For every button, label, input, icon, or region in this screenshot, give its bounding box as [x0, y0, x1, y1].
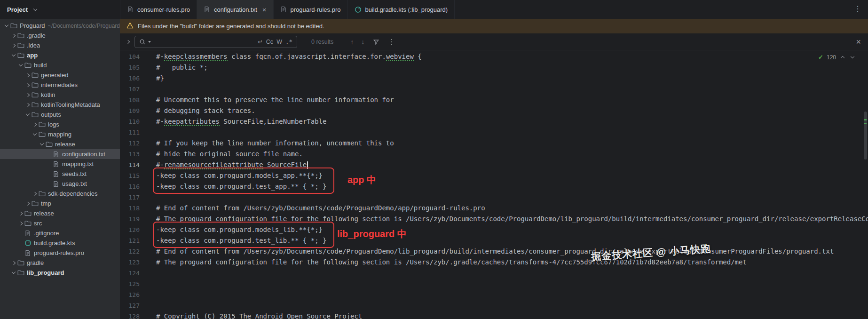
code-text[interactable]: # hide the original source file name. [148, 149, 303, 160]
code-text[interactable]: # Copyright (C) 2015 The Android Open So… [148, 311, 362, 319]
code-text[interactable] [148, 289, 156, 300]
tree-item-build[interactable]: build [0, 60, 120, 70]
chevron-right-icon[interactable] [24, 72, 31, 79]
code-text[interactable]: # End of content from /Users/zyb/Documen… [148, 203, 485, 214]
annotation-label-app: app 中 [347, 174, 376, 186]
tree-item-kotlin[interactable]: kotlin [0, 90, 120, 100]
search-history-caret-icon[interactable] [148, 41, 151, 43]
code-text[interactable] [148, 127, 156, 138]
tree-item-mapping.txt[interactable]: mapping.txt [0, 159, 120, 169]
chevron-down-icon[interactable] [31, 131, 38, 138]
code-line-126: 126 [120, 289, 868, 300]
code-text[interactable]: # The proguard configuration file for th… [148, 214, 868, 224]
chevron-right-icon[interactable] [17, 220, 24, 227]
chevron-right-icon[interactable] [31, 121, 38, 128]
tree-item-lib-proguard[interactable]: lib_proguard [0, 268, 120, 278]
tree-item-label: proguard-rules.pro [34, 249, 84, 256]
code-text[interactable]: -keep class com.proguard.test_lib.** { *… [148, 235, 326, 246]
tree-item-src[interactable]: src [0, 218, 120, 228]
chevron-right-icon[interactable] [24, 101, 31, 109]
tree-item-.gradle[interactable]: .gradle [0, 31, 120, 40]
tree-item-configuration.txt[interactable]: configuration.txt [0, 149, 120, 159]
chevron-down-icon[interactable] [849, 54, 856, 61]
tree-item-gradle[interactable]: gradle [0, 258, 120, 268]
tree-item-kotlintoolingmetadata[interactable]: kotlinToolingMetadata [0, 100, 120, 110]
search-field[interactable]: ↵ Cc W .* [134, 36, 297, 48]
search-input[interactable] [154, 38, 254, 45]
chevron-down-icon[interactable] [17, 62, 24, 69]
chevron-down-icon[interactable] [38, 141, 45, 148]
close-tab-icon[interactable]: × [262, 6, 267, 14]
tab-configuration.txt[interactable]: configuration.txt× [197, 0, 274, 19]
newline-icon[interactable]: ↵ [258, 38, 262, 45]
prev-occurrence-icon[interactable]: ↑ [350, 38, 354, 46]
tree-item-.idea[interactable]: .idea [0, 40, 120, 50]
code-text[interactable]: # If you keep the line number informatio… [148, 138, 394, 149]
chevron-right-icon[interactable] [24, 91, 31, 99]
match-case-toggle[interactable]: Cc [266, 39, 273, 45]
code-text[interactable] [148, 84, 156, 95]
tree-item-label: tmp [41, 200, 51, 207]
folder-icon [10, 22, 17, 30]
chevron-down-icon[interactable] [10, 52, 17, 59]
search-more-icon[interactable]: ⋮ [388, 38, 395, 46]
code-text[interactable]: #-renamesourcefileattribute SourceFile [148, 160, 308, 170]
code-text[interactable]: # End of content from /Users/zyb/Documen… [148, 246, 834, 257]
tree-item-tmp[interactable]: tmp [0, 199, 120, 208]
code-text[interactable] [148, 268, 156, 279]
next-occurrence-icon[interactable]: ↓ [361, 38, 364, 46]
chevron-right-icon[interactable] [17, 210, 24, 217]
tree-item-release[interactable]: release [0, 139, 120, 149]
chevron-down-icon[interactable] [3, 22, 10, 30]
search-icon[interactable] [139, 39, 146, 45]
tab-build.gradle.kts-lib-proguard-[interactable]: build.gradle.kts (:lib_proguard) [348, 0, 455, 19]
expand-search-icon[interactable] [124, 38, 131, 46]
tab-proguard-rules.pro[interactable]: proguard-rules.pro [274, 0, 348, 19]
code-text[interactable]: # Uncomment this to preserve the line nu… [148, 95, 394, 105]
tree-item-app[interactable]: app [0, 50, 120, 60]
code-text[interactable]: -keep class com.proguard.models_app.**{*… [148, 170, 323, 181]
code-text[interactable]: # public *; [148, 62, 208, 73]
code-text[interactable]: #-keepattributes SourceFile,LineNumberTa… [148, 116, 326, 127]
line-number: 109 [120, 105, 148, 116]
regex-toggle[interactable]: .* [285, 38, 292, 45]
more-icon[interactable]: ⋮ [854, 5, 861, 13]
code-text[interactable]: -keep class com.proguard.test_app.** { *… [148, 181, 326, 192]
filter-icon[interactable] [373, 39, 379, 45]
code-text[interactable] [148, 192, 156, 203]
tree-item-proguard-rules.pro[interactable]: proguard-rules.pro [0, 248, 120, 258]
tree-item-mapping[interactable]: mapping [0, 129, 120, 139]
tab-consumer-rules.pro[interactable]: consumer-rules.pro [120, 0, 197, 19]
code-text[interactable]: #} [148, 73, 164, 84]
tree-item-release[interactable]: release [0, 208, 120, 218]
chevron-right-icon[interactable] [24, 200, 31, 207]
code-text[interactable]: -keep class com.proguard.models_lib.**{*… [148, 224, 323, 235]
chevron-right-icon[interactable] [10, 259, 17, 267]
words-toggle[interactable]: W [276, 39, 282, 45]
tree-item-build.gradle.kts[interactable]: build.gradle.kts [0, 238, 120, 248]
tree-item-proguarddemo[interactable]: ProguardDemo~/Documents/code/Proguard [0, 21, 120, 31]
chevron-right-icon[interactable] [10, 42, 17, 49]
tree-item-seeds.txt[interactable]: seeds.txt [0, 169, 120, 179]
chevron-right-icon[interactable] [24, 81, 31, 89]
inspections-widget[interactable]: ✓ 120 [818, 54, 856, 61]
chevron-up-icon[interactable] [839, 54, 846, 61]
code-text[interactable]: #-keepclassmembers class fqcn.of.javascr… [148, 51, 422, 62]
tree-item-.gitignore[interactable]: .gitignore [0, 228, 120, 238]
code-line-118: 118# End of content from /Users/zyb/Docu… [120, 203, 868, 214]
project-panel-header[interactable]: Project [0, 0, 120, 19]
tree-item-logs[interactable]: logs [0, 120, 120, 129]
chevron-right-icon[interactable] [31, 190, 38, 198]
tree-item-usage.txt[interactable]: usage.txt [0, 179, 120, 189]
code-text[interactable] [148, 300, 156, 311]
code-text[interactable]: # debugging stack traces. [148, 105, 255, 116]
code-text[interactable] [148, 279, 156, 289]
close-search-icon[interactable]: × [856, 38, 861, 46]
tree-item-outputs[interactable]: outputs [0, 110, 120, 120]
tree-item-generated[interactable]: generated [0, 70, 120, 80]
tree-item-sdk-dependencies[interactable]: sdk-dependencies [0, 189, 120, 199]
tree-item-intermediates[interactable]: intermediates [0, 80, 120, 90]
chevron-down-icon[interactable] [24, 111, 31, 119]
chevron-down-icon[interactable] [10, 269, 17, 277]
chevron-right-icon[interactable] [10, 32, 17, 40]
